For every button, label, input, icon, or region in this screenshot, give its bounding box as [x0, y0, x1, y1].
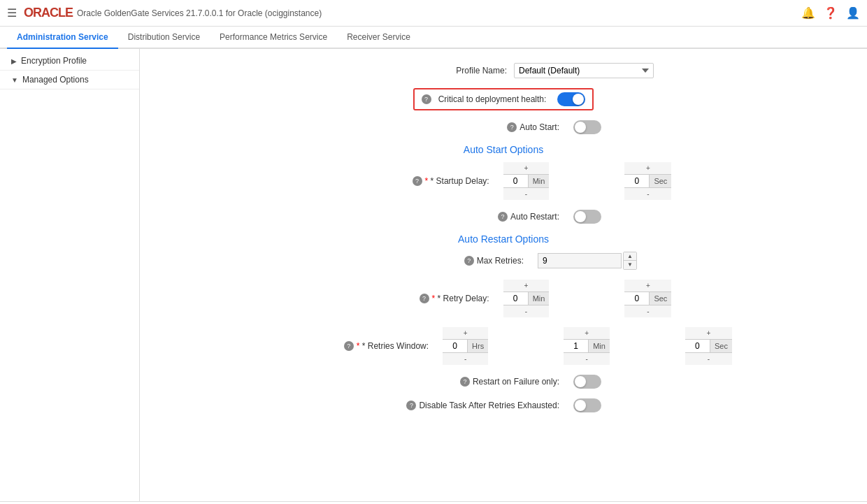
startup-delay-min-spinbox-wrapper: + Min - — [503, 162, 550, 200]
auto-restart-toggle[interactable] — [573, 210, 601, 224]
restart-on-failure-toggle[interactable] — [573, 375, 601, 389]
help-icon[interactable]: ❓ — [824, 6, 838, 20]
retries-window-hrs-input[interactable] — [443, 340, 467, 352]
startup-delay-spinboxes: + Min - + Sec - — [503, 162, 672, 200]
profile-name-select[interactable]: Default (Default) — [514, 63, 654, 78]
bell-icon[interactable]: 🔔 — [801, 6, 815, 20]
startup-delay-min-unit: Min — [528, 175, 550, 187]
retries-window-sec-wrapper: + Sec - — [685, 327, 732, 365]
retries-window-hrs-decrement[interactable]: - — [443, 352, 488, 365]
retries-window-sec-decrement[interactable]: - — [685, 352, 732, 365]
hamburger-icon[interactable]: ☰ — [7, 6, 17, 20]
auto-restart-toggle-wrapper — [573, 210, 601, 224]
max-retries-label: Max Retries: — [477, 256, 524, 266]
auto-start-options-title: Auto Start Options — [161, 144, 846, 155]
startup-delay-sec-input[interactable] — [624, 175, 649, 187]
tab-receiver-service[interactable]: Receiver Service — [337, 27, 420, 49]
retry-delay-min-unit: Min — [528, 292, 550, 305]
restart-on-failure-label: Restart on Failure only: — [473, 377, 559, 387]
retry-delay-help-icon[interactable]: ? — [420, 294, 429, 303]
startup-delay-min-increment[interactable]: + — [503, 162, 550, 175]
profile-name-label: Profile Name: — [353, 66, 507, 75]
footer: ‹ Back Next › — [0, 501, 867, 504]
critical-help-icon[interactable]: ? — [422, 94, 431, 104]
auto-start-label: Auto Start: — [520, 122, 559, 132]
retries-window-row: ? * * Retries Window: + Hrs - + — [161, 327, 846, 365]
max-retries-input-wrapper: ▲ ▼ — [538, 252, 637, 270]
restart-on-failure-row: ? Restart on Failure only: — [161, 375, 846, 389]
retries-window-hrs-wrapper: + Hrs - — [443, 327, 488, 365]
sidebar-item-encryption-profile[interactable]: ▶ Encryption Profile — [0, 52, 139, 71]
startup-delay-label-wrapper: ? * * Startup Delay: — [336, 176, 489, 186]
startup-delay-sec-increment[interactable]: + — [624, 162, 671, 175]
user-icon[interactable]: 👤 — [846, 6, 860, 20]
retries-window-sec-increment[interactable]: + — [685, 327, 732, 340]
oracle-logo: ORACLE — [24, 6, 73, 20]
retry-delay-min-increment[interactable]: + — [503, 280, 550, 292]
startup-delay-min-input[interactable] — [503, 175, 528, 187]
chevron-right-icon: ▶ — [11, 57, 17, 65]
restart-on-failure-help-icon[interactable]: ? — [460, 377, 470, 387]
critical-highlight-box: ? Critical to deployment health: — [413, 88, 594, 110]
disable-task-toggle-slider — [573, 398, 601, 412]
retry-delay-sec-wrapper: + Sec - — [624, 280, 671, 317]
auto-start-row: ? Auto Start: — [161, 120, 846, 134]
critical-toggle[interactable] — [557, 92, 585, 106]
restart-on-failure-label-wrapper: ? Restart on Failure only: — [406, 377, 559, 387]
disable-task-row: ? Disable Task After Retries Exhausted: — [161, 398, 846, 412]
startup-delay-group: + Min - + Sec - — [503, 162, 672, 200]
retries-window-min-increment[interactable]: + — [564, 327, 610, 340]
header: ☰ ORACLE Oracle GoldenGate Services 21.7… — [0, 0, 867, 27]
retry-delay-label-wrapper: ? * * Retry Delay: — [336, 294, 489, 303]
retries-window-min-input[interactable] — [564, 340, 588, 352]
startup-delay-min-decrement[interactable]: - — [503, 187, 550, 200]
restart-on-failure-toggle-slider — [573, 375, 601, 389]
retries-window-min-inner: Min — [564, 340, 610, 352]
content-area: Profile Name: Default (Default) ? Critic… — [140, 49, 867, 501]
retry-delay-min-decrement[interactable]: - — [503, 305, 550, 317]
startup-delay-sec-inner: Sec — [624, 175, 671, 187]
startup-delay-sec-spinbox-wrapper: + Sec - — [624, 162, 671, 200]
max-retries-label-wrapper: ? Max Retries: — [370, 256, 524, 266]
sidebar-item-managed-options[interactable]: ▼ Managed Options — [0, 71, 139, 89]
disable-task-help-icon[interactable]: ? — [406, 401, 416, 410]
auto-start-toggle[interactable] — [573, 120, 601, 134]
max-retries-help-icon[interactable]: ? — [464, 256, 474, 266]
auto-start-help-icon[interactable]: ? — [507, 122, 517, 132]
retry-delay-min-input[interactable] — [503, 292, 528, 305]
retry-delay-sec-increment[interactable]: + — [624, 280, 671, 292]
retry-delay-sec-unit: Sec — [649, 292, 671, 305]
auto-start-label-wrapper: ? Auto Start: — [406, 122, 559, 132]
disable-task-toggle[interactable] — [573, 398, 601, 412]
retries-window-sec-inner: Sec — [685, 340, 732, 352]
startup-delay-label: * * Startup Delay: — [425, 176, 489, 186]
retries-window-min-decrement[interactable]: - — [564, 352, 610, 365]
app-title: Oracle GoldenGate Services 21.7.0.0.1 fo… — [77, 8, 801, 18]
max-retries-decrement[interactable]: ▼ — [624, 261, 636, 269]
max-retries-increment[interactable]: ▲ — [624, 252, 636, 261]
retries-window-group: + Hrs - + Min - — [443, 327, 732, 365]
auto-start-toggle-slider — [573, 120, 601, 134]
tab-distribution-service[interactable]: Distribution Service — [118, 27, 210, 49]
startup-delay-help-icon[interactable]: ? — [413, 176, 422, 186]
retry-delay-label: * * Retry Delay: — [432, 294, 489, 303]
tab-administration-service[interactable]: Administration Service — [7, 27, 118, 49]
max-retries-input[interactable] — [538, 253, 622, 268]
retry-delay-sec-decrement[interactable]: - — [624, 305, 671, 317]
tab-performance-metrics-service[interactable]: Performance Metrics Service — [210, 27, 337, 49]
auto-start-toggle-wrapper — [573, 120, 601, 134]
retry-delay-spinboxes: + Min - + Sec - — [503, 280, 672, 317]
startup-delay-sec-decrement[interactable]: - — [624, 187, 671, 200]
retries-window-hrs-increment[interactable]: + — [443, 327, 488, 340]
auto-restart-help-icon[interactable]: ? — [498, 212, 508, 222]
critical-toggle-slider — [557, 92, 585, 106]
retries-window-help-icon[interactable]: ? — [344, 341, 354, 351]
retry-delay-sec-input[interactable] — [624, 292, 649, 305]
startup-delay-min-inner: Min — [503, 175, 550, 187]
disable-task-label: Disable Task After Retries Exhausted: — [419, 401, 559, 410]
sidebar: ▶ Encryption Profile ▼ Managed Options — [0, 49, 140, 501]
startup-delay-row: ? * * Startup Delay: + Min - — [161, 162, 846, 200]
critical-label: Critical to deployment health: — [438, 94, 547, 104]
retries-window-sec-input[interactable] — [685, 340, 710, 352]
chevron-down-icon: ▼ — [11, 76, 18, 84]
